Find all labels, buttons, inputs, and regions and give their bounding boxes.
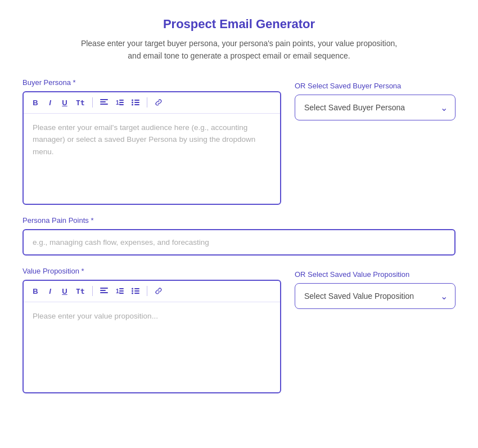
svg-rect-17 xyxy=(119,288,124,289)
vp-tt-button[interactable]: Tt xyxy=(73,285,88,297)
toolbar-sep-1 xyxy=(92,97,93,107)
svg-rect-19 xyxy=(119,293,124,294)
vp-unordered-list-button[interactable] xyxy=(129,286,142,296)
svg-rect-5 xyxy=(119,102,124,103)
value-prop-editor: B I U Tt 1. xyxy=(22,280,281,393)
buyer-persona-toolbar: B I U Tt 1. xyxy=(24,92,280,114)
svg-rect-10 xyxy=(134,100,139,101)
buyer-persona-or-label: OR Select Saved Buyer Persona xyxy=(295,82,456,90)
page-title: Prospect Email Generator xyxy=(22,17,456,32)
toolbar-sep-2 xyxy=(147,97,147,107)
bold-button[interactable]: B xyxy=(29,97,42,109)
svg-point-7 xyxy=(132,100,133,101)
svg-point-22 xyxy=(132,293,133,294)
pain-points-input[interactable] xyxy=(22,229,456,256)
tt-button[interactable]: Tt xyxy=(73,97,88,109)
svg-point-8 xyxy=(132,102,133,104)
pain-points-section: Persona Pain Points * xyxy=(22,216,456,256)
page-subtitle: Please enter your target buyer persona, … xyxy=(22,37,456,62)
buyer-persona-select-wrapper: Select Saved Buyer Persona ⌄ xyxy=(295,95,456,120)
svg-rect-15 xyxy=(100,292,108,293)
vp-align-left-button[interactable] xyxy=(97,286,111,296)
value-prop-label: Value Proposition * xyxy=(22,267,281,275)
vp-bold-button[interactable]: B xyxy=(29,285,42,297)
value-prop-toolbar: B I U Tt 1. xyxy=(24,281,280,302)
buyer-persona-section: Buyer Persona * B I U Tt 1. xyxy=(22,78,456,205)
svg-rect-6 xyxy=(119,104,124,105)
underline-button[interactable]: U xyxy=(58,97,71,109)
svg-rect-23 xyxy=(134,288,139,289)
ordered-list-button[interactable]: 1. xyxy=(113,97,127,107)
value-prop-or-label: OR Select Saved Value Proposition xyxy=(295,270,456,279)
svg-rect-12 xyxy=(134,104,139,105)
svg-rect-13 xyxy=(100,288,108,289)
align-left-button[interactable] xyxy=(97,97,111,107)
buyer-persona-dropdown-wrapper: OR Select Saved Buyer Persona Select Sav… xyxy=(295,78,456,120)
value-prop-row: Value Proposition * B I U Tt 1. xyxy=(22,267,456,393)
pain-points-label: Persona Pain Points * xyxy=(22,216,456,225)
page-header: Prospect Email Generator Please enter yo… xyxy=(22,17,456,62)
buyer-persona-select[interactable]: Select Saved Buyer Persona xyxy=(295,95,456,120)
value-prop-section: Value Proposition * B I U Tt 1. xyxy=(22,267,456,393)
vp-ordered-list-button[interactable]: 1. xyxy=(113,286,127,296)
italic-button[interactable]: I xyxy=(44,97,56,109)
svg-rect-1 xyxy=(100,101,106,102)
buyer-persona-right: OR Select Saved Buyer Persona Select Sav… xyxy=(295,78,456,120)
value-prop-left: Value Proposition * B I U Tt 1. xyxy=(22,267,281,393)
svg-point-9 xyxy=(132,104,133,106)
svg-rect-14 xyxy=(100,290,106,291)
unordered-list-button[interactable] xyxy=(129,97,142,107)
svg-point-21 xyxy=(132,290,133,292)
vp-toolbar-sep-2 xyxy=(147,286,147,296)
buyer-persona-row: Buyer Persona * B I U Tt 1. xyxy=(22,78,456,205)
svg-rect-11 xyxy=(134,102,139,103)
vp-underline-button[interactable]: U xyxy=(58,285,71,297)
vp-link-button[interactable] xyxy=(152,286,165,296)
buyer-persona-label: Buyer Persona * xyxy=(22,78,281,87)
buyer-persona-left: Buyer Persona * B I U Tt 1. xyxy=(22,78,281,205)
svg-rect-24 xyxy=(134,290,139,292)
link-button[interactable] xyxy=(152,97,165,107)
vp-italic-button[interactable]: I xyxy=(44,285,56,297)
value-prop-dropdown-wrapper: OR Select Saved Value Proposition Select… xyxy=(295,267,456,309)
buyer-persona-input[interactable]: Please enter your email's target audienc… xyxy=(24,114,280,204)
value-prop-input[interactable]: Please enter your value proposition... xyxy=(24,302,280,392)
value-prop-select[interactable]: Select Saved Value Proposition xyxy=(295,283,456,309)
svg-point-20 xyxy=(132,288,133,290)
value-prop-select-wrapper: Select Saved Value Proposition ⌄ xyxy=(295,283,456,309)
buyer-persona-editor: B I U Tt 1. xyxy=(22,91,281,205)
svg-rect-4 xyxy=(119,100,124,101)
svg-rect-18 xyxy=(119,290,124,292)
value-prop-right: OR Select Saved Value Proposition Select… xyxy=(295,267,456,309)
svg-rect-2 xyxy=(100,104,108,105)
vp-toolbar-sep-1 xyxy=(92,286,93,296)
svg-rect-0 xyxy=(100,99,108,100)
svg-rect-25 xyxy=(134,293,139,294)
